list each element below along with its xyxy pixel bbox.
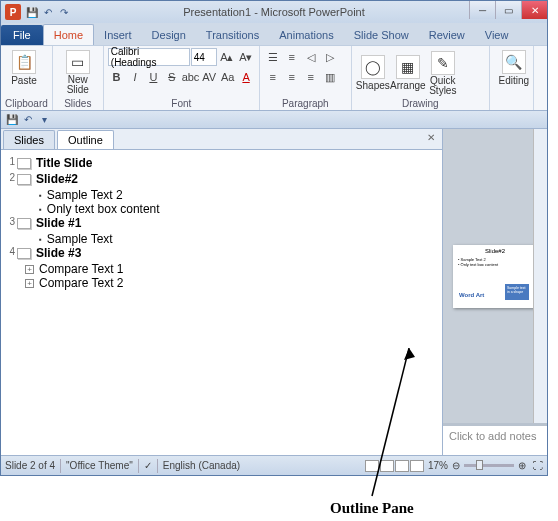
close-pane-icon[interactable]: ✕ [424, 132, 438, 143]
spacing-button[interactable]: AV [201, 68, 218, 86]
ribbon: 📋 Paste Clipboard ▭ New Slide Slides Cal… [1, 45, 547, 111]
editing-label: Editing [499, 75, 530, 86]
outline-expandable[interactable]: +Compare Text 2 [25, 276, 438, 290]
align-right-button[interactable]: ≡ [302, 68, 320, 86]
outline-slide-2[interactable]: 2 Slide#2 [5, 172, 438, 186]
status-language[interactable]: English (Canada) [163, 460, 240, 471]
outline-slide-3[interactable]: 3 Slide #1 [5, 216, 438, 230]
strike-button[interactable]: S [163, 68, 180, 86]
status-slide-info: Slide 2 of 4 [5, 460, 55, 471]
case-button[interactable]: Aa [219, 68, 236, 86]
shapes-icon: ◯ [361, 55, 385, 79]
qat-dropdown-icon[interactable]: ▾ [37, 113, 51, 127]
group-drawing: ◯ Shapes ▦ Arrange ✎ Quick Styles Drawin… [352, 46, 490, 110]
tab-design[interactable]: Design [142, 25, 196, 45]
font-color-button[interactable]: A [237, 68, 254, 86]
paste-label: Paste [11, 75, 37, 86]
font-size-select[interactable]: 44 [191, 48, 217, 66]
editing-button[interactable]: 🔍 Editing [494, 48, 534, 86]
bold-button[interactable]: B [108, 68, 125, 86]
undo-icon-2[interactable]: ↶ [21, 113, 35, 127]
app-window: P 💾 ↶ ↷ Presentation1 - Microsoft PowerP… [0, 0, 548, 476]
tab-animations[interactable]: Animations [269, 25, 343, 45]
slide-thumbnail[interactable]: Slide#2 • Sample Text 2 • Only text box … [453, 245, 537, 308]
tab-slides-pane[interactable]: Slides [3, 130, 55, 149]
pane-tabs: Slides Outline ✕ [1, 129, 442, 150]
maximize-button[interactable]: ▭ [495, 1, 521, 19]
save-icon[interactable]: 💾 [25, 5, 39, 19]
slideshow-view-icon[interactable] [410, 460, 424, 472]
slide-num: 3 [5, 216, 15, 227]
tab-slideshow[interactable]: Slide Show [344, 25, 419, 45]
slide-area[interactable]: Slide#2 • Sample Text 2 • Only text box … [443, 129, 547, 423]
outline-bullet[interactable]: Only text box content [39, 202, 438, 216]
grow-font-icon[interactable]: A▴ [218, 48, 236, 66]
numbering-button[interactable]: ≡ [283, 48, 301, 66]
indent-inc-button[interactable]: ▷ [321, 48, 339, 66]
outline-expandable[interactable]: +Compare Text 1 [25, 262, 438, 276]
bullets-button[interactable]: ☰ [264, 48, 282, 66]
outline-bullet[interactable]: Sample Text [39, 232, 438, 246]
outline-slide-4[interactable]: 4 Slide #3 [5, 246, 438, 260]
slide-num: 2 [5, 172, 15, 183]
undo-icon[interactable]: ↶ [41, 5, 55, 19]
vertical-scrollbar[interactable] [533, 129, 547, 423]
slide-title[interactable]: Slide #1 [36, 216, 81, 230]
redo-icon[interactable]: ↷ [57, 5, 71, 19]
zoom-out-icon[interactable]: ⊖ [452, 460, 460, 471]
annotation-label: Outline Pane [330, 500, 414, 517]
zoom-slider[interactable] [464, 464, 514, 467]
expand-icon[interactable]: + [25, 265, 34, 274]
group-label-drawing: Drawing [356, 98, 485, 110]
italic-button[interactable]: I [126, 68, 143, 86]
slide-icon [17, 174, 31, 185]
minimize-button[interactable]: ─ [469, 1, 495, 19]
shrink-font-icon[interactable]: A▾ [237, 48, 255, 66]
tab-outline-pane[interactable]: Outline [57, 130, 114, 149]
arrange-label: Arrange [390, 80, 426, 91]
underline-button[interactable]: U [145, 68, 162, 86]
arrange-button[interactable]: ▦ Arrange [391, 53, 425, 91]
reading-view-icon[interactable] [395, 460, 409, 472]
tab-home[interactable]: Home [43, 24, 94, 45]
tab-insert[interactable]: Insert [94, 25, 142, 45]
align-left-button[interactable]: ≡ [264, 68, 282, 86]
close-button[interactable]: ✕ [521, 1, 547, 19]
outline-text[interactable]: Compare Text 2 [39, 276, 124, 290]
slide-icon [17, 158, 31, 169]
new-slide-label: New Slide [67, 75, 89, 95]
notes-pane[interactable]: Click to add notes [443, 423, 547, 455]
spellcheck-icon[interactable]: ✓ [144, 460, 152, 471]
zoom-level[interactable]: 17% [428, 460, 448, 471]
quick-styles-button[interactable]: ✎ Quick Styles [426, 49, 460, 96]
shadow-button[interactable]: abc [182, 68, 200, 86]
tab-review[interactable]: Review [419, 25, 475, 45]
outline-text[interactable]: Compare Text 1 [39, 262, 124, 276]
font-name-select[interactable]: Calibri (Headings [108, 48, 190, 66]
zoom-in-icon[interactable]: ⊕ [518, 460, 526, 471]
new-slide-button[interactable]: ▭ New Slide [57, 48, 99, 95]
tab-transitions[interactable]: Transitions [196, 25, 269, 45]
align-center-button[interactable]: ≡ [283, 68, 301, 86]
fit-icon[interactable]: ⛶ [533, 460, 543, 471]
slide-title[interactable]: Slide #3 [36, 246, 81, 260]
slide-title[interactable]: Title Slide [36, 156, 92, 170]
tab-file[interactable]: File [1, 25, 43, 45]
content-area: Slides Outline ✕ 1 Title Slide 2 Slide#2… [1, 129, 547, 455]
save-icon-2[interactable]: 💾 [5, 113, 19, 127]
tab-view[interactable]: View [475, 25, 519, 45]
preview-title: Slide#2 [456, 248, 534, 254]
outline-slide-1[interactable]: 1 Title Slide [5, 156, 438, 170]
preview-wordart: Word Art [459, 292, 484, 298]
outline-bullet[interactable]: Sample Text 2 [39, 188, 438, 202]
outline-body[interactable]: 1 Title Slide 2 Slide#2 Sample Text 2 On… [1, 150, 442, 455]
slide-title[interactable]: Slide#2 [36, 172, 78, 186]
group-label-paragraph: Paragraph [264, 98, 347, 110]
shapes-button[interactable]: ◯ Shapes [356, 53, 390, 91]
sorter-view-icon[interactable] [380, 460, 394, 472]
normal-view-icon[interactable] [365, 460, 379, 472]
expand-icon[interactable]: + [25, 279, 34, 288]
columns-button[interactable]: ▥ [321, 68, 339, 86]
indent-dec-button[interactable]: ◁ [302, 48, 320, 66]
paste-button[interactable]: 📋 Paste [5, 48, 43, 86]
